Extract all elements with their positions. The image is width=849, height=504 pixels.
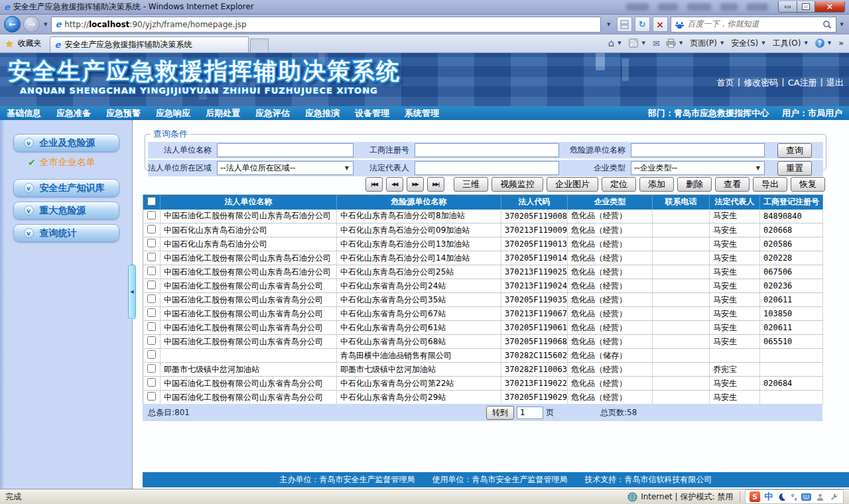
maximize-button[interactable] xyxy=(797,1,815,13)
sogou-icon[interactable]: S xyxy=(750,491,760,502)
menu-item-emergency-drill[interactable]: 应急推演 xyxy=(305,107,340,119)
row-checkbox[interactable] xyxy=(147,364,156,373)
browser-tab[interactable]: e 安全生产应急救援指挥辅助决策系统 xyxy=(50,36,249,52)
table-row: 中国石油化工股份有限公司山东省青岛分公司中石化山东省青岛分公司68站370205… xyxy=(143,335,823,349)
row-checkbox[interactable] xyxy=(147,336,156,345)
back-button[interactable]: ← xyxy=(4,16,21,32)
row-checkbox[interactable] xyxy=(147,253,156,261)
tools-menu[interactable]: 工具(O)▼ xyxy=(773,38,809,49)
row-checkbox-cell xyxy=(143,237,161,251)
search-input[interactable]: 百度一下，你就知道 xyxy=(671,17,836,32)
forward-button[interactable]: → xyxy=(23,16,40,32)
help-menu[interactable]: ?▼ xyxy=(815,38,832,48)
new-tab-stub[interactable] xyxy=(250,38,269,52)
region-field-cell: --法人单位所在区域--▼ xyxy=(216,160,355,176)
sidebar-item-query-statistics[interactable]: v查询统计 xyxy=(13,224,119,242)
reset-button[interactable]: 重置 xyxy=(777,161,812,176)
minimize-button[interactable] xyxy=(778,1,797,13)
nav-prev-button[interactable]: ◀◀ xyxy=(386,177,403,192)
moon-icon[interactable] xyxy=(777,492,787,501)
history-dropdown-icon[interactable]: ▼ xyxy=(42,22,48,27)
ent-type-select[interactable]: --企业类型--▼ xyxy=(631,161,765,175)
row-checkbox[interactable] xyxy=(147,239,156,247)
goto-page-button[interactable]: 转到 xyxy=(486,406,514,420)
close-button[interactable]: × xyxy=(815,1,845,13)
nav-last-button[interactable]: ▶▶| xyxy=(427,177,444,192)
menu-item-system-management[interactable]: 系统管理 xyxy=(405,107,439,119)
row-checkbox[interactable] xyxy=(147,378,156,387)
row-checkbox[interactable] xyxy=(147,322,156,331)
banner-link-ca-register[interactable]: CA注册 xyxy=(788,77,817,89)
mail-button[interactable]: ✉ xyxy=(653,38,660,48)
search-dropdown-icon[interactable]: ▼ xyxy=(839,22,845,27)
legal-name-input[interactable] xyxy=(217,143,354,157)
home-button[interactable]: ⌂▼ xyxy=(608,37,623,49)
language-mode-icon[interactable]: 中 xyxy=(764,491,773,503)
delete-button[interactable]: 删除 xyxy=(677,177,712,192)
sidebar-item-major-hazard[interactable]: v重大危险源 xyxy=(13,202,119,220)
page-menu[interactable]: 页面(P)▼ xyxy=(690,38,725,49)
compatibility-view-icon[interactable] xyxy=(617,17,632,32)
search-button[interactable]: 查询 xyxy=(777,143,812,158)
reg-no-input[interactable] xyxy=(415,143,559,157)
view-button[interactable]: 查看 xyxy=(715,177,750,192)
row-checkbox[interactable] xyxy=(147,267,156,275)
row-checkbox[interactable] xyxy=(147,211,156,220)
restore-button[interactable]: 恢复 xyxy=(791,177,825,192)
address-bar[interactable]: e http://localhost:90/yjzh/frame/homepag… xyxy=(51,17,600,32)
menu-item-equipment-management[interactable]: 设备管理 xyxy=(355,107,389,119)
sidebar-item-city-enterprise-list[interactable]: ✔全市企业名单 xyxy=(28,157,132,168)
address-dropdown-icon[interactable]: ▼ xyxy=(604,22,614,27)
region-select[interactable]: --法人单位所在区域--▼ xyxy=(217,161,354,175)
sidebar-item-enterprise-hazard[interactable]: v企业及危险源 xyxy=(13,134,119,152)
cell-hazard-unit-name: 中石化山东省青岛分公司29站 xyxy=(337,391,501,405)
nav-first-button[interactable]: |◀◀ xyxy=(365,177,383,192)
row-checkbox[interactable] xyxy=(147,281,156,289)
enterprise-photo-button[interactable]: 企业图片 xyxy=(547,177,598,192)
user-silhouette-icon[interactable] xyxy=(815,492,825,501)
representative-input[interactable] xyxy=(415,161,559,175)
row-checkbox[interactable] xyxy=(147,225,156,233)
row-checkbox[interactable] xyxy=(147,294,156,303)
hazard-name-input[interactable] xyxy=(631,143,765,157)
video-monitor-button[interactable]: 视频监控 xyxy=(491,177,543,192)
soft-keyboard-icon[interactable] xyxy=(801,492,811,501)
stop-button[interactable]: × xyxy=(653,17,668,32)
menu-item-emergency-response[interactable]: 应急响应 xyxy=(156,107,190,119)
export-button[interactable]: 导出 xyxy=(753,177,787,192)
page-number-input[interactable] xyxy=(517,407,543,419)
cell-enterprise-type: 危化品（经营） xyxy=(568,223,653,237)
rss-button[interactable]: ▼ xyxy=(629,38,647,48)
refresh-button[interactable]: ↻ xyxy=(635,17,650,32)
print-button[interactable]: ▼ xyxy=(666,38,684,48)
cell-enterprise-type: 危化品（经营） xyxy=(568,335,653,349)
select-all-checkbox[interactable] xyxy=(147,197,156,206)
row-checkbox[interactable] xyxy=(147,350,156,359)
sidebar-collapse-handle[interactable]: ◀ xyxy=(128,265,136,319)
banner-link-change-password[interactable]: 修改密码 xyxy=(744,77,778,89)
more-commands-icon[interactable]: » xyxy=(838,38,844,48)
home-icon: ⌂ xyxy=(608,37,615,49)
cell-legal-code: 370205F119035 xyxy=(501,293,568,307)
menu-item-emergency-warning[interactable]: 应急预警 xyxy=(106,107,141,119)
menu-item-basic-info[interactable]: 基础信息 xyxy=(7,107,41,119)
row-checkbox[interactable] xyxy=(147,392,156,401)
row-checkbox[interactable] xyxy=(147,308,156,317)
menu-item-post-disposal[interactable]: 后期处置 xyxy=(206,107,240,119)
banner-link-home[interactable]: 首页 xyxy=(717,77,734,89)
zone-label: Internet | 保护模式: 禁用 xyxy=(641,491,733,503)
banner-links: 首页|修改密码|CA注册|退出 xyxy=(717,77,844,89)
menu-item-emergency-evaluation[interactable]: 应急评估 xyxy=(255,107,290,119)
search-magnifier-icon[interactable] xyxy=(822,20,832,29)
punctuation-mode-icon[interactable]: °, xyxy=(791,493,797,501)
sidebar-item-safety-knowledge[interactable]: v安全生产知识库 xyxy=(13,179,119,197)
three-d-button[interactable]: 三维 xyxy=(454,177,488,192)
safety-menu[interactable]: 安全(S)▼ xyxy=(731,38,766,49)
menu-item-emergency-preparation[interactable]: 应急准备 xyxy=(56,107,91,119)
nav-next-button[interactable]: ▶▶ xyxy=(407,177,424,192)
add-button[interactable]: 添加 xyxy=(639,177,674,192)
favorites-button[interactable]: ★ 收藏夹 xyxy=(0,38,48,52)
locate-button[interactable]: 定位 xyxy=(602,177,636,192)
wrench-icon[interactable] xyxy=(829,492,839,501)
banner-link-logout[interactable]: 退出 xyxy=(826,77,844,89)
